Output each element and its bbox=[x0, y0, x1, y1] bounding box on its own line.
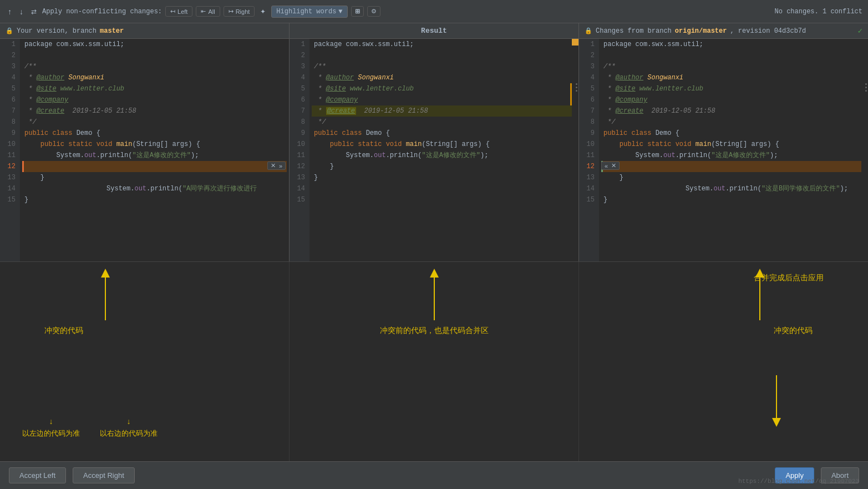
lock-icon-left: 🔒 bbox=[6, 27, 13, 34]
code-line: package com.swx.ssm.util; bbox=[312, 39, 572, 50]
code-line: public class Demo { bbox=[22, 128, 287, 139]
code-line: * @author Songwanxi bbox=[22, 72, 287, 83]
code-line: } bbox=[312, 172, 572, 183]
code-line: } bbox=[22, 172, 287, 183]
right-hint-text: 以右边的代码为准 bbox=[100, 428, 158, 438]
left-line-numbers: 12345 678910 1112131415 bbox=[0, 39, 20, 261]
all-icon: ⇤ bbox=[201, 8, 206, 15]
code-line: * @site www.lentter.club bbox=[22, 83, 287, 94]
code-line-conflict: System.out.println("A同学再次进行修改进行 ✕ » bbox=[22, 161, 287, 172]
left-panel: 🔒 Your version, branch master 12345 6789… bbox=[0, 23, 290, 261]
magic-btn[interactable]: ✦ bbox=[258, 7, 268, 17]
code-line: * @author Songwanxi bbox=[601, 72, 861, 83]
right-line-numbers: 12345 678910 1112131415 bbox=[579, 39, 599, 261]
center-code-lines: package com.swx.ssm.util; /** * @author … bbox=[309, 39, 574, 261]
reject-right-btn[interactable]: ✕ bbox=[610, 162, 617, 169]
code-line: public class Demo { bbox=[601, 128, 861, 139]
code-line: * @site www.lentter.club bbox=[601, 83, 861, 94]
arrow-down-left: ↓ bbox=[49, 417, 53, 426]
code-line: package com.swx.ssm.util; bbox=[22, 39, 287, 50]
footer: ↓ 以左边的代码为准 ↓ 以右边的代码为准 Accept Left Accept… bbox=[0, 461, 868, 489]
merge-right-btn[interactable]: » bbox=[278, 162, 283, 169]
code-line: package com.swx.ssm.util; bbox=[601, 39, 861, 50]
left-code-area[interactable]: 12345 678910 1112131415 package com.swx.… bbox=[0, 39, 289, 261]
right-panel: 🔒 Changes from branch origin/master , re… bbox=[579, 23, 868, 261]
all-btn[interactable]: ⇤ All bbox=[196, 6, 220, 17]
reject-btn[interactable]: ✕ bbox=[270, 162, 277, 169]
code-line: */ bbox=[312, 117, 572, 128]
right-code-lines: package com.swx.ssm.util; /** * @author … bbox=[599, 39, 864, 261]
code-line: * @create 2019-12-05 21:58 bbox=[22, 105, 287, 117]
code-line: System.out.println("这是A修改的文件"); bbox=[312, 150, 572, 161]
right-code-area[interactable]: 12345 678910 1112131415 package com.swx.… bbox=[579, 39, 868, 261]
code-line: * @create 2019-12-05 21:58 bbox=[312, 105, 572, 117]
right-conflict-annotation: 冲突的代码 bbox=[774, 326, 813, 336]
check-icon-right: ✓ bbox=[858, 26, 862, 36]
settings-btn[interactable]: ⚙ bbox=[367, 6, 380, 17]
code-line: /** bbox=[312, 61, 572, 72]
code-line: public class Demo { bbox=[312, 128, 572, 139]
up-arrow-btn[interactable]: ↑ bbox=[6, 6, 14, 17]
center-conflict-annotation: 冲突前的代码，也是代码合并区 bbox=[380, 326, 489, 336]
right-panel-header: 🔒 Changes from branch origin/master , re… bbox=[579, 23, 868, 39]
code-line: } bbox=[601, 172, 861, 183]
left-btn[interactable]: ↤ Left bbox=[165, 6, 192, 17]
left-arrow-icon: ↤ bbox=[170, 8, 175, 15]
code-line: */ bbox=[22, 117, 287, 128]
lock-icon-right: 🔒 bbox=[585, 27, 592, 34]
code-line bbox=[312, 183, 572, 194]
code-line: * @author Songwanxi bbox=[312, 72, 572, 83]
left-code-lines: package com.swx.ssm.util; /** * @author … bbox=[20, 39, 289, 261]
sync-btn[interactable]: ⇄ bbox=[29, 7, 39, 17]
code-line: * @site www.lentter.club bbox=[312, 83, 572, 94]
apply-label: Apply non-conflicting changes: bbox=[42, 8, 162, 16]
code-line bbox=[312, 50, 572, 61]
code-line: * @company bbox=[601, 94, 861, 105]
down-arrow-btn[interactable]: ↓ bbox=[17, 6, 26, 17]
chevron-down-icon: ▼ bbox=[338, 8, 342, 16]
left-conflict-annotation: 冲突的代码 bbox=[44, 326, 83, 336]
apply-hint-annotation: 合并完成后点击应用 bbox=[754, 273, 824, 283]
annotation-right-col: 冲突的代码 合并完成后点击应用 bbox=[579, 262, 868, 461]
code-line: System.out.println("这是A修改的文件"); bbox=[22, 150, 287, 161]
code-line: /** bbox=[601, 61, 861, 72]
code-line: * @create 2019-12-05 21:58 bbox=[601, 105, 861, 117]
code-section: 🔒 Your version, branch master 12345 6789… bbox=[0, 23, 868, 262]
code-line: * @company bbox=[22, 94, 287, 105]
code-line: System.out.println("这是A修改的文件"); bbox=[601, 150, 861, 161]
accept-right-button[interactable]: Accept Right bbox=[73, 467, 135, 483]
code-line: public static void main(String[] args) { bbox=[312, 139, 572, 150]
code-line bbox=[601, 50, 861, 61]
code-line: public static void main(String[] args) { bbox=[601, 139, 861, 150]
code-line bbox=[601, 183, 861, 194]
center-panel: Result 12345 678910 1112131415 package c… bbox=[290, 23, 579, 261]
code-line bbox=[312, 194, 572, 205]
annotation-center-col: 冲突前的代码，也是代码合并区 bbox=[290, 262, 579, 461]
right-btn[interactable]: ↦ Right bbox=[224, 6, 255, 17]
code-line bbox=[22, 50, 287, 61]
center-panel-header: Result bbox=[290, 23, 578, 39]
view-toggle-btn[interactable]: ⊞ bbox=[351, 6, 364, 17]
center-code-area[interactable]: 12345 678910 1112131415 package com.swx.… bbox=[290, 39, 578, 261]
code-line: } bbox=[601, 194, 861, 205]
code-line: * @company bbox=[312, 94, 572, 105]
code-line: } bbox=[22, 194, 287, 205]
no-changes-label: No changes. 1 conflict bbox=[775, 8, 862, 16]
center-line-numbers: 12345 678910 1112131415 bbox=[290, 39, 309, 261]
code-line-conflict-right: System.out.println("这是B同学修改后的文件"); « ✕ bbox=[601, 161, 861, 172]
code-line bbox=[22, 183, 287, 194]
arrow-down-right-hint: ↓ bbox=[126, 417, 131, 426]
footer-url: https://blog.csdn.net/qq_21907023 bbox=[738, 478, 859, 485]
right-arrow-icon: ↦ bbox=[229, 8, 234, 15]
highlight-dropdown[interactable]: Highlight words ▼ bbox=[271, 6, 347, 18]
code-line: } bbox=[312, 161, 572, 172]
merge-left-btn[interactable]: « bbox=[603, 162, 609, 169]
code-line: */ bbox=[601, 117, 861, 128]
left-hint-text: 以左边的代码为准 bbox=[22, 428, 80, 438]
left-panel-header: 🔒 Your version, branch master bbox=[0, 23, 289, 39]
toolbar: ↑ ↓ ⇄ Apply non-conflicting changes: ↤ L… bbox=[0, 0, 868, 23]
code-line: /** bbox=[22, 61, 287, 72]
code-line: public static void main(String[] args) { bbox=[22, 139, 287, 150]
accept-left-button[interactable]: Accept Left bbox=[9, 467, 66, 483]
